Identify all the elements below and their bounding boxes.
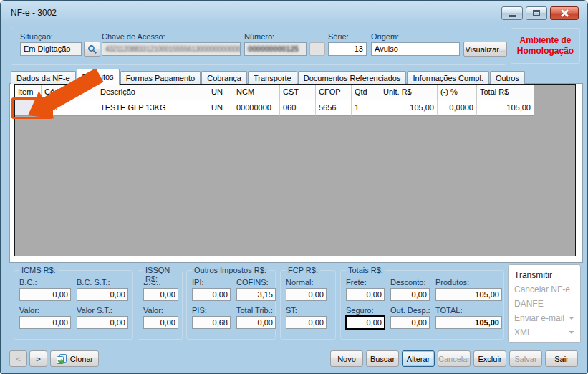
col-header-cfop[interactable]: CFOP <box>316 85 352 100</box>
fcp-st-label: ST: <box>286 306 327 315</box>
col-header-qtd[interactable]: Qtd <box>352 85 380 100</box>
col-header-descricao[interactable]: Descrição <box>97 85 208 100</box>
situacao-search-button[interactable] <box>84 42 100 57</box>
buscar-button[interactable]: Buscar <box>366 350 399 367</box>
minimize-button[interactable] <box>501 6 523 20</box>
prev-record-button[interactable]: < <box>9 350 27 367</box>
ambiente-line1: Ambiente de <box>511 35 579 46</box>
action-enviar-e-mail[interactable]: Enviar e-mail <box>514 311 574 325</box>
clone-icon <box>56 353 67 365</box>
icms-valor-label: Valor: <box>19 306 71 315</box>
issqn-valor-label: Valor: <box>143 306 178 315</box>
group-totais: Totais R$:Frete:0,00Desconto:0,00Produto… <box>340 270 504 340</box>
tab-outros[interactable]: Outros <box>490 71 525 84</box>
action-enviar-e-mail-label: Enviar e-mail <box>514 313 564 323</box>
group-fcp: FCP R$:Normal:0,00ST:0,00 <box>280 270 336 340</box>
fcp-normal-field[interactable]: 0,00 <box>286 288 327 301</box>
cell-cst[interactable]: 060 <box>280 100 316 116</box>
outros-ipi-label: IPI: <box>192 278 231 287</box>
issqn-valor-field[interactable]: 0,00 <box>143 316 178 329</box>
origem-field[interactable]: Avulso <box>371 42 460 56</box>
cell-total-r[interactable]: 105,00 <box>477 100 534 116</box>
fcp-st-field[interactable]: 0,00 <box>286 316 327 329</box>
tab-transporte[interactable]: Transporte <box>248 71 297 84</box>
totais-desconto-field[interactable]: 0,00 <box>390 288 430 301</box>
cell-qtd[interactable]: 1 <box>352 100 380 116</box>
totais-desconto-label: Desconto: <box>390 278 430 287</box>
issqn-b-c-field[interactable]: 0,00 <box>143 288 178 301</box>
serie-field[interactable]: 13 <box>328 42 367 56</box>
cell-unit-r[interactable]: 105,00 <box>380 100 438 116</box>
action-danfe[interactable]: DANFE <box>514 297 574 311</box>
icms-b-c-s-t-field[interactable]: 0,00 <box>77 288 128 301</box>
col-header-ncm[interactable]: NCM <box>233 85 280 100</box>
titlebar[interactable]: NF-e - 3002 <box>1 1 587 24</box>
col-header-un[interactable]: UN <box>208 85 233 100</box>
situacao-label: Situação: <box>20 32 53 41</box>
cell-un[interactable]: UN <box>208 100 233 116</box>
col-header-total-r[interactable]: Total R$ <box>477 85 534 100</box>
cell-cfop[interactable]: 5656 <box>316 100 352 116</box>
action-cancelar-nf-e[interactable]: Cancelar NF-e <box>514 282 574 297</box>
novo-button[interactable]: Novo <box>330 350 363 367</box>
totais-total-field[interactable]: 105,00 <box>435 316 502 329</box>
salvar-button[interactable]: Salvar <box>509 350 542 367</box>
outros-cofins-field[interactable]: 3,15 <box>236 288 276 301</box>
clonar-button[interactable]: Clonar <box>50 350 99 367</box>
totais-produtos-field[interactable]: 105,00 <box>435 288 502 301</box>
maximize-icon <box>533 10 540 16</box>
visualizar-button[interactable]: Visualizar... <box>463 42 507 57</box>
annotation-arrow-icon <box>21 69 111 123</box>
cell-descricao[interactable]: TESTE GLP 13KG <box>97 100 208 116</box>
ambiente-line2: Homologação <box>511 46 579 57</box>
totais-total-label: TOTAL: <box>435 306 502 315</box>
action-transmitir[interactable]: Transmitir <box>514 268 574 282</box>
action-transmitir-label: Transmitir <box>514 270 552 280</box>
origem-label: Origem: <box>371 32 399 41</box>
cancelar-button[interactable]: Cancelar <box>438 350 471 367</box>
footer-buttons: NovoBuscarAlterarCancelarExcluirSalvarSa… <box>330 350 578 367</box>
outros-total-trib-label: Total Trib.: <box>236 306 276 315</box>
group-title-fcp: FCP R$: <box>286 266 320 274</box>
icms-b-c-label: B.C.: <box>19 278 71 287</box>
col-header-unit-r[interactable]: Unit. R$ <box>380 85 438 100</box>
close-button[interactable] <box>550 6 579 20</box>
transmit-actions-panel: TransmitirCancelar NF-eDANFEEnviar e-mai… <box>508 264 581 343</box>
excluir-button[interactable]: Excluir <box>473 350 506 367</box>
totais-seguro-field[interactable]: 0,00 <box>346 316 385 329</box>
tab-cobranca[interactable]: Cobrança <box>201 71 247 84</box>
numero-value-redacted: 000000000125 <box>248 44 299 53</box>
icms-valor-field[interactable]: 0,00 <box>19 316 71 329</box>
tab-informacoes-compl[interactable]: Informações Compl. <box>407 71 488 84</box>
tab-formas-pagamento[interactable]: Formas Pagamento <box>120 71 201 84</box>
maximize-button[interactable] <box>526 6 547 20</box>
col-header-[interactable]: (-) % <box>438 85 477 100</box>
icms-b-c-field[interactable]: 0,00 <box>19 288 71 301</box>
totais-frete-field[interactable]: 0,00 <box>346 288 385 301</box>
chave-acesso-field: 43211208833121000155556130000000000000 <box>102 42 241 56</box>
outros-pis-label: PIS: <box>192 306 231 315</box>
outros-total-trib-field[interactable]: 0,00 <box>236 316 276 329</box>
outros-pis-field[interactable]: 0,68 <box>192 316 231 329</box>
situacao-field[interactable]: Em Digitação <box>20 42 82 56</box>
action-xml[interactable]: XML <box>514 325 574 340</box>
next-record-button[interactable]: > <box>29 350 47 367</box>
sair-button[interactable]: Sair <box>545 350 578 367</box>
numero-label: Número: <box>244 32 274 41</box>
numero-more-button[interactable]: ... <box>309 42 325 56</box>
cell-ncm[interactable]: 00000000 <box>233 100 280 116</box>
icms-valor-s-t-label: Valor S.T.: <box>77 306 128 315</box>
tab-documentos-referenciados[interactable]: Documentos Referenciados <box>298 71 407 84</box>
group-title-totais: Totais R$: <box>346 266 385 274</box>
totais-produtos-label: Produtos: <box>435 278 502 287</box>
numero-field: 000000000125 <box>244 42 307 56</box>
icms-valor-s-t-field[interactable]: 0,00 <box>77 316 128 329</box>
col-header-cst[interactable]: CST <box>280 85 316 100</box>
cell-[interactable]: 0,0000 <box>438 100 477 116</box>
group-issqn: ISSQN R$:B.C.:0,00Valor:0,00 <box>138 270 183 340</box>
totais-out-desp-field[interactable]: 0,00 <box>390 316 430 329</box>
action-xml-label: XML <box>514 327 532 337</box>
alterar-button[interactable]: Alterar <box>402 350 435 367</box>
group-title-icms: ICMS R$: <box>19 266 58 274</box>
outros-ipi-field[interactable]: 0,00 <box>192 288 231 301</box>
